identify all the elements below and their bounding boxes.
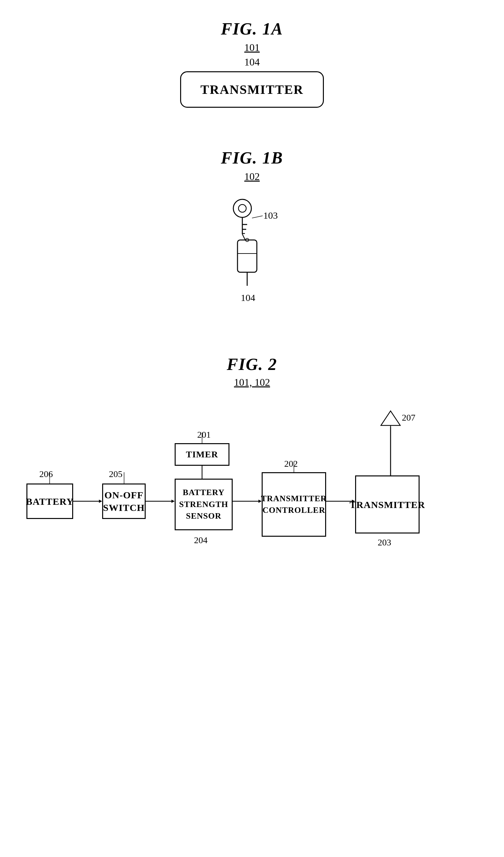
fig2-label202: 202 bbox=[284, 459, 298, 469]
svg-marker-15 bbox=[171, 500, 175, 503]
fig2-ref: 101, 102 bbox=[234, 376, 270, 388]
fig2-diagram: BATTERY 206 ON-OFF SWITCH 205 TIMER 201 … bbox=[27, 401, 477, 595]
fig1b-illustration bbox=[216, 192, 288, 302]
fig2-label207: 207 bbox=[402, 413, 415, 423]
fig1b-label103: 103 bbox=[263, 210, 278, 221]
fig1b-ref: 102 bbox=[244, 171, 260, 183]
transmitter-controller-block: TRANSMITTER CONTROLLER bbox=[262, 472, 326, 537]
fig1a-ref: 101 bbox=[244, 41, 260, 53]
battery-strength-sensor-block: BATTERY STRENGTH SENSOR bbox=[175, 478, 233, 530]
fig1a-title: FIG. 1A bbox=[221, 19, 283, 38]
fig2-label204: 204 bbox=[194, 535, 208, 545]
timer-block: TIMER bbox=[175, 443, 229, 466]
fig2-label203: 203 bbox=[378, 537, 391, 548]
fig1a-section: FIG. 1A 101 104 TRANSMITTER bbox=[0, 19, 504, 108]
fig2-label205: 205 bbox=[109, 469, 122, 479]
fig1b-title: FIG. 1B bbox=[221, 148, 283, 167]
fig2-title: FIG. 2 bbox=[227, 355, 277, 374]
svg-point-1 bbox=[239, 204, 246, 212]
battery-block: BATTERY bbox=[27, 484, 73, 519]
svg-marker-13 bbox=[99, 500, 102, 503]
fig1a-label104: 104 bbox=[244, 56, 260, 68]
fig2-label206: 206 bbox=[39, 469, 53, 479]
fig1b-label104: 104 bbox=[241, 292, 255, 303]
svg-point-0 bbox=[233, 199, 251, 217]
on-off-switch-block: ON-OFF SWITCH bbox=[102, 484, 146, 519]
svg-rect-7 bbox=[238, 240, 257, 272]
transmitter-box-1a: TRANSMITTER bbox=[180, 71, 324, 108]
fig2-section: FIG. 2 101, 102 BATTERY bbox=[0, 355, 504, 595]
transmitter-block-2: TRANSMITTER bbox=[355, 475, 420, 534]
fig2-label201: 201 bbox=[197, 430, 211, 440]
svg-marker-26 bbox=[381, 411, 400, 425]
fig1b-section: FIG. 1B 102 103 bbox=[0, 148, 504, 315]
